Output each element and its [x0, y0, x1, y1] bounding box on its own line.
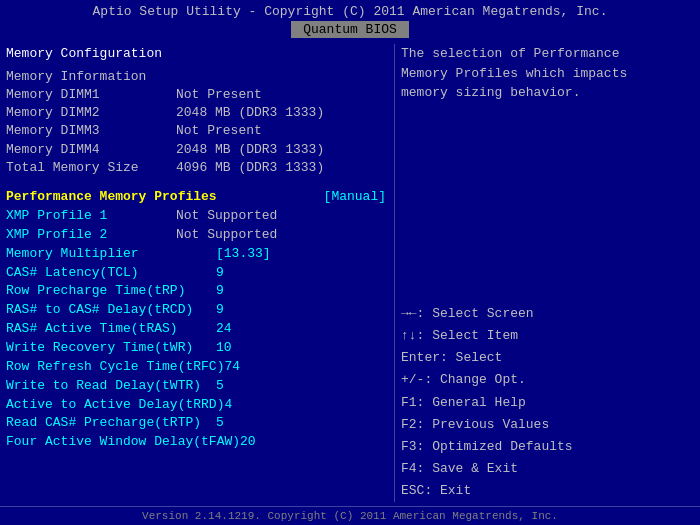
main-area: Memory Configuration Memory Information … [0, 40, 700, 506]
footer-text: Version 2.14.1219. Copyright (C) 2011 Am… [142, 510, 558, 522]
subsection-title: Memory Information [6, 69, 386, 84]
write-read-delay-row[interactable]: Write to Read Delay(tWTR) 5 [6, 377, 386, 396]
key-help: →←: Select Screen ↑↓: Select Item Enter:… [401, 303, 694, 502]
key-enter: Enter: Select [401, 347, 694, 369]
key-esc: ESC: Exit [401, 480, 694, 502]
four-active-window-row[interactable]: Four Active Window Delay(tFAW) 20 [6, 433, 386, 452]
help-text: The selection of Performance Memory Prof… [401, 44, 694, 103]
right-panel: The selection of Performance Memory Prof… [394, 44, 694, 502]
left-panel: Memory Configuration Memory Information … [6, 44, 386, 502]
bios-header: Aptio Setup Utility - Copyright (C) 2011… [0, 0, 700, 21]
table-row: Total Memory Size 4096 MB (DDR3 1333) [6, 159, 386, 177]
tab-bar: Quantum BIOS [0, 21, 700, 40]
perf-profiles-label: Performance Memory Profiles [6, 187, 217, 207]
ras-active-row[interactable]: RAS# Active Time(tRAS) 24 [6, 320, 386, 339]
row-refresh-row[interactable]: Row Refresh Cycle Time(tRFC) 74 [6, 358, 386, 377]
help-line-1: The selection of Performance [401, 44, 694, 64]
help-line-2: Memory Profiles which impacts [401, 64, 694, 84]
section-title: Memory Configuration [6, 46, 386, 61]
active-active-row[interactable]: Active to Active Delay(tRRD) 4 [6, 396, 386, 415]
perf-profiles-value: [Manual] [324, 187, 386, 207]
xmp-profile-1-row: XMP Profile 1 Not Supported [6, 207, 386, 226]
perf-profiles-row[interactable]: Performance Memory Profiles [Manual] [6, 187, 386, 207]
table-row: Memory DIMM1 Not Present [6, 86, 386, 104]
write-recovery-row[interactable]: Write Recovery Time(tWR) 10 [6, 339, 386, 358]
key-f1: F1: General Help [401, 392, 694, 414]
quantum-bios-tab[interactable]: Quantum BIOS [291, 21, 409, 38]
key-f3: F3: Optimized Defaults [401, 436, 694, 458]
table-row: Memory DIMM2 2048 MB (DDR3 1333) [6, 104, 386, 122]
row-precharge-row[interactable]: Row Precharge Time(tRP) 9 [6, 282, 386, 301]
memory-info-list: Memory DIMM1 Not Present Memory DIMM2 20… [6, 86, 386, 177]
read-cas-precharge-row[interactable]: Read CAS# Precharge(tRTP) 5 [6, 414, 386, 433]
key-f2: F2: Previous Values [401, 414, 694, 436]
key-select-item: ↑↓: Select Item [401, 325, 694, 347]
cas-latency-row[interactable]: CAS# Latency(TCL) 9 [6, 264, 386, 283]
table-row: Memory DIMM4 2048 MB (DDR3 1333) [6, 141, 386, 159]
key-change-opt: +/-: Change Opt. [401, 369, 694, 391]
xmp-profile-2-row: XMP Profile 2 Not Supported [6, 226, 386, 245]
key-f4: F4: Save & Exit [401, 458, 694, 480]
table-row: Memory DIMM3 Not Present [6, 122, 386, 140]
help-line-3: memory sizing behavior. [401, 83, 694, 103]
footer: Version 2.14.1219. Copyright (C) 2011 Am… [0, 506, 700, 525]
memory-multiplier-row[interactable]: Memory Multiplier [13.33] [6, 245, 386, 264]
ras-cas-delay-row[interactable]: RAS# to CAS# Delay(tRCD) 9 [6, 301, 386, 320]
key-select-screen: →←: Select Screen [401, 303, 694, 325]
header-title: Aptio Setup Utility - Copyright (C) 2011… [93, 4, 608, 19]
